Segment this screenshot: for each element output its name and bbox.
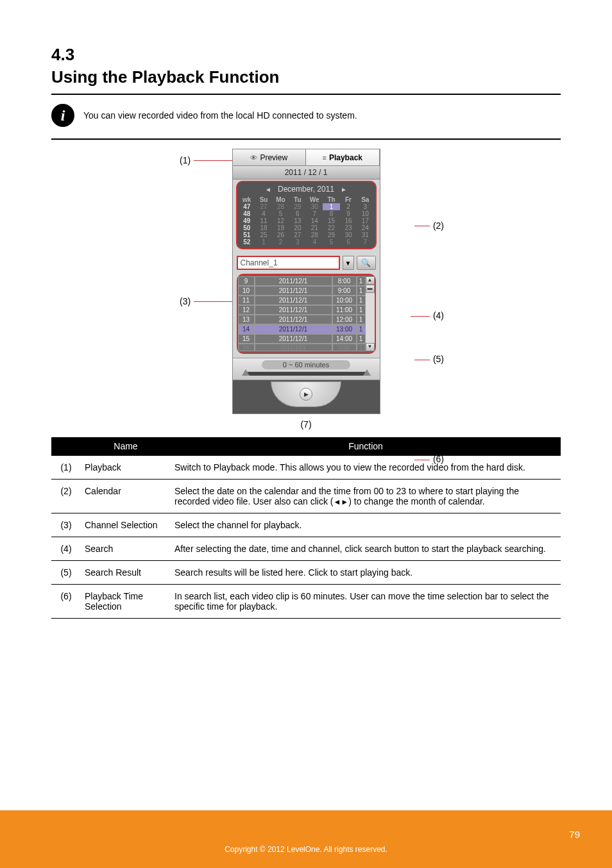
th-function: Function xyxy=(171,437,561,456)
calendar-day[interactable]: 7 xyxy=(357,238,373,246)
calendar-day[interactable]: 21 xyxy=(306,224,323,231)
section-title: Using the Playback Function xyxy=(51,67,561,87)
calendar-day[interactable]: 18 xyxy=(255,224,272,231)
copyright: Copyright © 2012 LevelOne. All rights re… xyxy=(225,845,387,854)
calendar-grid[interactable]: wkSuMoTuWeThFrSa472728293012348456789104… xyxy=(239,196,374,246)
calendar-day[interactable]: 4 xyxy=(255,210,272,217)
callout-5: (5) xyxy=(433,354,444,364)
next-month-icon[interactable]: ► xyxy=(341,186,347,193)
calendar-day[interactable]: 5 xyxy=(272,210,289,217)
result-row[interactable]: 132011/12/112:001 xyxy=(238,315,366,324)
info-text: You can view recorded video from the loc… xyxy=(83,110,357,121)
calendar-day[interactable]: 2 xyxy=(340,203,357,210)
tab-playback[interactable]: ≡Playback xyxy=(306,149,380,165)
play-dial[interactable]: ▶ xyxy=(271,381,341,407)
calendar-day[interactable]: 17 xyxy=(357,217,373,224)
calendar-day[interactable]: 14 xyxy=(306,217,323,224)
calendar-day[interactable]: 28 xyxy=(272,203,289,210)
eye-icon: 👁 xyxy=(250,154,257,162)
calendar-day[interactable]: 3 xyxy=(357,203,373,210)
prev-month-icon[interactable]: ◄ xyxy=(265,186,271,193)
calendar-day[interactable]: 16 xyxy=(340,217,357,224)
scrollbar[interactable]: ▲ ▬ ▼ xyxy=(366,276,375,351)
calendar-day[interactable]: 6 xyxy=(340,238,357,246)
playback-panel: 👁Preview ≡Playback 2011 / 12 / 1 ◄ Decem… xyxy=(232,149,380,414)
tab-preview[interactable]: 👁Preview xyxy=(233,149,307,165)
calendar-day[interactable]: 9 xyxy=(340,210,357,217)
dropdown-icon[interactable]: ▼ xyxy=(343,256,354,270)
result-row[interactable]: 152011/12/114:001 xyxy=(238,334,366,344)
calendar-day[interactable]: 4 xyxy=(306,238,323,246)
calendar-day[interactable]: 27 xyxy=(289,231,306,238)
result-row[interactable]: 122011/12/111:001 xyxy=(238,305,366,315)
calendar-day[interactable]: 13 xyxy=(289,217,306,224)
callout-3: (3) xyxy=(180,296,191,306)
callout-4: (4) xyxy=(433,310,444,321)
rule-top xyxy=(51,94,561,95)
calendar-day[interactable]: 25 xyxy=(255,231,272,238)
magnifier-icon: 🔍 xyxy=(361,258,371,267)
table-row: (6)Playback Time SelectionIn search list… xyxy=(51,585,561,619)
calendar-day[interactable]: 26 xyxy=(272,231,289,238)
calendar-day[interactable]: 30 xyxy=(340,231,357,238)
result-row[interactable]: 102011/12/19:001 xyxy=(238,286,366,296)
table-row: (4)SearchAfter selecting the date, time … xyxy=(51,537,561,561)
th-name: Name xyxy=(81,437,171,456)
calendar-day[interactable]: 20 xyxy=(289,224,306,231)
result-row[interactable]: 162011/12/10:002 xyxy=(238,344,366,351)
calendar-day[interactable]: 24 xyxy=(357,224,373,231)
result-row[interactable]: 142011/12/113:001 xyxy=(238,324,366,334)
calendar-day[interactable]: 7 xyxy=(306,210,323,217)
date-header: 2011 / 12 / 1 xyxy=(233,166,380,179)
calendar-day[interactable]: 1 xyxy=(255,238,272,246)
scroll-thumb[interactable]: ▬ xyxy=(366,285,375,293)
calendar-day[interactable]: 29 xyxy=(323,231,339,238)
description-table: Name Function (1)PlaybackSwitch to Playb… xyxy=(51,437,561,619)
scroll-down-icon[interactable]: ▼ xyxy=(366,343,375,351)
calendar-day[interactable]: 8 xyxy=(323,210,339,217)
channel-select[interactable]: Channel_1 xyxy=(237,256,340,270)
calendar-day[interactable]: 3 xyxy=(289,238,306,246)
calendar-day[interactable]: 11 xyxy=(255,217,272,224)
calendar-day[interactable]: 28 xyxy=(306,231,323,238)
play-dial-area: ▶ xyxy=(233,380,380,413)
calendar-day[interactable]: 27 xyxy=(255,203,272,210)
calendar-day[interactable]: 5 xyxy=(323,238,339,246)
calendar-day[interactable]: 30 xyxy=(306,203,323,210)
calendar-day[interactable]: 29 xyxy=(289,203,306,210)
play-icon: ▶ xyxy=(304,391,309,397)
calendar-day[interactable]: 15 xyxy=(323,217,339,224)
tabs: 👁Preview ≡Playback xyxy=(233,149,380,166)
callout-2: (2) xyxy=(433,221,444,231)
results-list: 92011/12/18:001102011/12/19:001112011/12… xyxy=(237,274,376,354)
month-label: December, 2011 xyxy=(278,185,334,194)
calendar-day[interactable]: 19 xyxy=(272,224,289,231)
calendar-day[interactable]: 12 xyxy=(272,217,289,224)
list-icon: ≡ xyxy=(323,154,327,162)
table-row: (2)CalendarSelect the date on the calend… xyxy=(51,480,561,513)
calendar-day[interactable]: 6 xyxy=(289,210,306,217)
time-slider-area: 0 ~ 60 minutes xyxy=(233,358,380,380)
info-note: i You can view recorded video from the l… xyxy=(51,104,561,127)
result-row[interactable]: 92011/12/18:001 xyxy=(238,276,366,286)
search-button[interactable]: 🔍 xyxy=(357,256,376,270)
calendar-day[interactable]: 22 xyxy=(323,224,339,231)
info-icon: i xyxy=(51,104,74,127)
play-button[interactable]: ▶ xyxy=(300,388,312,401)
table-row: (1)PlaybackSwitch to Playback mode. This… xyxy=(51,456,561,480)
footer: 79 Copyright © 2012 LevelOne. All rights… xyxy=(0,810,612,868)
calendar: ◄ December, 2011 ► wkSuMoTuWeThFrSa47272… xyxy=(236,181,377,249)
section-number: 4.3 xyxy=(51,45,561,65)
scroll-up-icon[interactable]: ▲ xyxy=(366,276,375,285)
time-slider[interactable] xyxy=(246,372,367,376)
calendar-day[interactable]: 1 xyxy=(323,203,339,210)
callout-6: (6) xyxy=(433,454,444,464)
calendar-day[interactable]: 23 xyxy=(340,224,357,231)
rule-2 xyxy=(51,138,561,140)
calendar-day[interactable]: 10 xyxy=(357,210,373,217)
result-row[interactable]: 112011/12/110:001 xyxy=(238,296,366,305)
nav-arrows-icon: ◄► xyxy=(333,497,348,506)
calendar-day[interactable]: 31 xyxy=(357,231,373,238)
calendar-day[interactable]: 2 xyxy=(272,238,289,246)
callout-1: (1) xyxy=(180,155,191,165)
